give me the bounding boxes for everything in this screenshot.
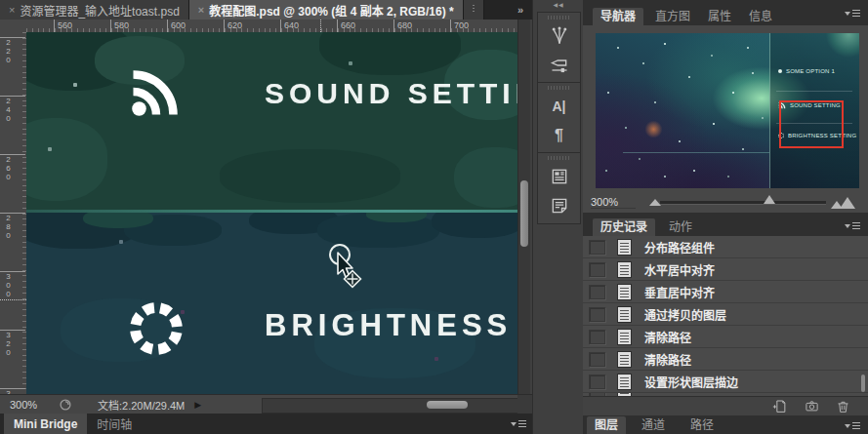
- history-step-row[interactable]: 水平居中对齐: [583, 258, 868, 281]
- history-source-checkbox[interactable]: [589, 240, 605, 255]
- panel-menu-icon[interactable]: [845, 421, 860, 432]
- tab-properties[interactable]: 属性: [700, 8, 739, 25]
- character-styles-icon: [550, 167, 569, 186]
- tab-navigator[interactable]: 导航器: [593, 8, 643, 25]
- vertical-ruler[interactable]: 220 240 260 280 300 320 340: [0, 32, 27, 394]
- navigator-panel: SOME OPTION 1 SOUND SETTING: [583, 25, 868, 213]
- zoom-in-icon[interactable]: [831, 195, 856, 209]
- ruler-label: 260: [3, 155, 13, 181]
- panel-group-brushes: [537, 12, 581, 84]
- tab-layers[interactable]: 图层: [587, 416, 626, 434]
- panel-grip[interactable]: [548, 16, 570, 20]
- panel-menu-icon[interactable]: [511, 419, 526, 430]
- panel-grip[interactable]: [548, 86, 570, 90]
- canvas-speck: [434, 357, 438, 361]
- canvas-texture: [83, 213, 153, 228]
- ruler-label: 580: [110, 20, 129, 32]
- brightness-setting-title: BRIGHTNESS S: [265, 308, 517, 343]
- tab-paths[interactable]: 路径: [682, 416, 722, 434]
- ruler-label: 620: [224, 20, 242, 32]
- ruler-corner[interactable]: [0, 20, 27, 33]
- tab-info[interactable]: 信息: [741, 8, 780, 25]
- paragraph-styles-icon: [550, 196, 569, 216]
- history-step-row[interactable]: 清除路径: [583, 326, 868, 348]
- brush-settings-panel-button[interactable]: [538, 51, 580, 80]
- history-source-checkbox[interactable]: [589, 262, 605, 277]
- paragraph-styles-panel-button[interactable]: [538, 191, 580, 220]
- panel-group-type: A| ¶: [537, 82, 581, 154]
- history-step-row[interactable]: 通过拷贝的图层: [583, 303, 868, 326]
- panel-menu-icon[interactable]: [845, 221, 860, 232]
- tab-actions[interactable]: 动作: [661, 218, 700, 236]
- tab-history[interactable]: 历史记录: [593, 218, 655, 236]
- character-styles-panel-button[interactable]: [538, 162, 580, 191]
- bottom-panel-bar: Mini Bridge 时间轴: [0, 414, 532, 434]
- history-state-icon: [617, 261, 632, 278]
- tab-timeline[interactable]: 时间轴: [87, 414, 142, 434]
- character-panel-icon: A|: [552, 99, 565, 114]
- cursor-position-marker: [0, 299, 26, 300]
- history-source-checkbox[interactable]: [589, 352, 605, 367]
- ruler-label: 660: [337, 20, 355, 32]
- ruler-label: 240: [3, 97, 13, 123]
- panel-menu-icon[interactable]: [845, 9, 860, 20]
- history-step-row[interactable]: 垂直居中对齐: [583, 281, 868, 303]
- collapse-panels-icon[interactable]: ◀◀: [533, 1, 584, 8]
- tab-channels[interactable]: 通道: [634, 416, 673, 434]
- paragraph-panel-button[interactable]: ¶: [538, 121, 580, 150]
- right-panel-dock: 导航器 直方图 属性 信息 SOME OPTION 1: [583, 0, 868, 434]
- document-tab-title: 资源管理器_输入地址toast.psd: [20, 2, 179, 19]
- paragraph-panel-icon: ¶: [555, 127, 563, 144]
- navigator-zoom-slider[interactable]: [660, 201, 826, 205]
- navigator-thumbnail[interactable]: SOME OPTION 1 SOUND SETTING: [596, 33, 859, 188]
- tab-histogram[interactable]: 直方图: [647, 8, 698, 25]
- sync-status-icon: [59, 398, 72, 412]
- new-document-from-state-icon[interactable]: [771, 399, 788, 414]
- move-tool-cursor: [325, 243, 364, 290]
- history-step-row[interactable]: 清除路径: [583, 348, 868, 371]
- document-tab-2[interactable]: × 教程配图.psd @ 300% (组 4 副本 2, RGB/16) *: [189, 0, 464, 20]
- delete-trash-icon[interactable]: [836, 399, 850, 414]
- navigator-proxy-view-box[interactable]: [779, 100, 844, 148]
- thumbnail-menu-item: SOME OPTION 1: [778, 68, 858, 74]
- document-canvas[interactable]: SOUND SETTIN BRIGHTNESS S: [26, 32, 517, 394]
- brush-presets-icon: [550, 26, 569, 46]
- zoom-slider-thumb[interactable]: [764, 195, 775, 204]
- tab-mini-bridge[interactable]: Mini Bridge: [4, 414, 87, 434]
- history-step-row[interactable]: 分布路径组件: [583, 236, 868, 258]
- panel-grip[interactable]: [548, 156, 570, 160]
- tab-overflow-chevron-icon[interactable]: »: [510, 0, 532, 20]
- horizontal-scrollbar[interactable]: [262, 398, 519, 414]
- hidden-tab-sliver[interactable]: [464, 0, 484, 20]
- history-source-checkbox[interactable]: [589, 330, 605, 344]
- character-panel-button[interactable]: A|: [538, 92, 580, 121]
- history-tab-bar: 历史记录 动作: [583, 213, 868, 236]
- history-source-checkbox[interactable]: [589, 375, 605, 389]
- brush-presets-panel-button[interactable]: [538, 21, 580, 51]
- navigator-zoom-field[interactable]: 300%: [591, 196, 636, 209]
- history-step-label: 清除路径: [644, 329, 691, 345]
- document-size-info[interactable]: 文档:2.20M/29.4M: [98, 397, 185, 413]
- canvas-speck: [73, 83, 77, 87]
- document-tab-1[interactable]: × 资源管理器_输入地址toast.psd: [0, 0, 189, 20]
- zoom-level-field[interactable]: 300%: [10, 399, 59, 411]
- horizontal-scrollbar-thumb[interactable]: [427, 401, 468, 409]
- vertical-scrollbar[interactable]: [517, 20, 530, 394]
- canvas-lower-section: BRIGHTNESS S: [26, 213, 517, 394]
- close-icon[interactable]: ×: [9, 4, 15, 16]
- horizontal-ruler[interactable]: 560 580 600 620 640 660 680 700: [26, 20, 517, 33]
- history-step-label: 清除路径: [644, 351, 691, 368]
- collapsed-panel-strip: ◀◀ A| ¶: [532, 0, 584, 434]
- status-menu-arrow-icon[interactable]: ▶: [194, 400, 201, 410]
- history-source-checkbox[interactable]: [589, 285, 605, 299]
- history-source-checkbox[interactable]: [589, 307, 605, 322]
- history-step-row[interactable]: 设置形状图层描边: [583, 371, 868, 393]
- wifi-icon: [128, 61, 186, 120]
- history-scrollbar-thumb[interactable]: [861, 375, 865, 392]
- new-snapshot-camera-icon[interactable]: [804, 399, 820, 414]
- close-icon[interactable]: ×: [198, 4, 204, 16]
- ruler-label: 220: [3, 38, 13, 64]
- canvas-speck: [349, 61, 352, 65]
- navigator-zoom-controls: 300%: [583, 191, 868, 213]
- vertical-scrollbar-thumb[interactable]: [520, 180, 528, 247]
